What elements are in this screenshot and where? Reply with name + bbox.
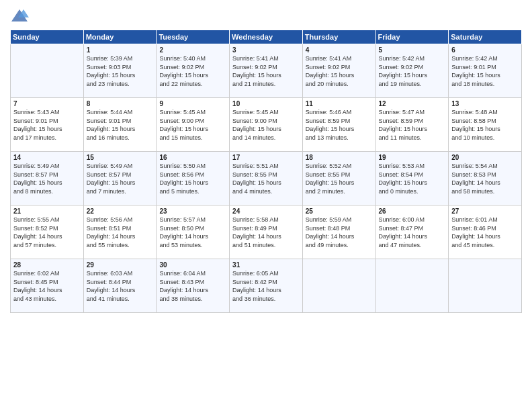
day-number: 14 xyxy=(13,154,81,161)
page: SundayMondayTuesdayWednesdayThursdayFrid… xyxy=(0,0,532,411)
day-number: 1 xyxy=(87,46,154,54)
day-info: Sunrise: 5:48 AM Sunset: 8:58 PM Dayligh… xyxy=(451,108,519,142)
header xyxy=(10,7,522,26)
day-cell: 3Sunrise: 5:41 AM Sunset: 9:02 PM Daylig… xyxy=(230,44,303,98)
col-header-friday: Friday xyxy=(375,30,449,44)
day-cell: 18Sunrise: 5:52 AM Sunset: 8:55 PM Dayli… xyxy=(302,152,375,205)
day-info: Sunrise: 6:00 AM Sunset: 8:47 PM Dayligh… xyxy=(379,216,446,249)
day-info: Sunrise: 6:01 AM Sunset: 8:46 PM Dayligh… xyxy=(451,216,519,249)
week-row-4: 21Sunrise: 5:55 AM Sunset: 8:52 PM Dayli… xyxy=(11,205,522,259)
day-number: 9 xyxy=(159,100,226,107)
day-info: Sunrise: 5:55 AM Sunset: 8:52 PM Dayligh… xyxy=(13,216,81,249)
logo xyxy=(10,7,32,26)
day-number: 31 xyxy=(232,261,300,269)
day-info: Sunrise: 5:51 AM Sunset: 8:55 PM Dayligh… xyxy=(232,162,300,195)
day-number: 8 xyxy=(87,100,154,107)
day-cell: 16Sunrise: 5:50 AM Sunset: 8:56 PM Dayli… xyxy=(157,152,230,205)
day-info: Sunrise: 5:40 AM Sunset: 9:02 PM Dayligh… xyxy=(159,54,226,88)
day-cell: 21Sunrise: 5:55 AM Sunset: 8:52 PM Dayli… xyxy=(11,205,84,259)
day-cell: 25Sunrise: 5:59 AM Sunset: 8:48 PM Dayli… xyxy=(302,205,375,259)
day-info: Sunrise: 5:58 AM Sunset: 8:49 PM Dayligh… xyxy=(232,216,300,249)
day-info: Sunrise: 5:47 AM Sunset: 8:59 PM Dayligh… xyxy=(379,108,446,142)
day-info: Sunrise: 5:45 AM Sunset: 9:00 PM Dayligh… xyxy=(232,108,300,142)
day-number: 4 xyxy=(306,46,373,54)
day-cell: 20Sunrise: 5:54 AM Sunset: 8:53 PM Dayli… xyxy=(449,152,522,205)
col-header-monday: Monday xyxy=(83,30,157,44)
day-cell: 23Sunrise: 5:57 AM Sunset: 8:50 PM Dayli… xyxy=(157,205,230,259)
col-header-tuesday: Tuesday xyxy=(157,30,230,44)
day-info: Sunrise: 6:05 AM Sunset: 8:42 PM Dayligh… xyxy=(232,269,300,303)
day-cell: 2Sunrise: 5:40 AM Sunset: 9:02 PM Daylig… xyxy=(157,44,230,98)
day-info: Sunrise: 5:50 AM Sunset: 8:56 PM Dayligh… xyxy=(159,162,226,195)
calendar-table: SundayMondayTuesdayWednesdayThursdayFrid… xyxy=(10,30,522,313)
day-number: 19 xyxy=(379,154,446,161)
day-cell: 26Sunrise: 6:00 AM Sunset: 8:47 PM Dayli… xyxy=(375,205,449,259)
day-number: 22 xyxy=(87,208,154,215)
day-number: 28 xyxy=(13,261,81,269)
day-info: Sunrise: 5:39 AM Sunset: 9:03 PM Dayligh… xyxy=(87,54,154,88)
day-info: Sunrise: 5:52 AM Sunset: 8:55 PM Dayligh… xyxy=(306,162,373,195)
day-info: Sunrise: 5:41 AM Sunset: 9:02 PM Dayligh… xyxy=(306,54,373,88)
day-cell: 27Sunrise: 6:01 AM Sunset: 8:46 PM Dayli… xyxy=(449,205,522,259)
day-number: 23 xyxy=(159,208,226,215)
day-cell: 1Sunrise: 5:39 AM Sunset: 9:03 PM Daylig… xyxy=(83,44,157,98)
day-info: Sunrise: 5:57 AM Sunset: 8:50 PM Dayligh… xyxy=(159,216,226,249)
day-number: 11 xyxy=(306,100,373,107)
week-row-1: 1Sunrise: 5:39 AM Sunset: 9:03 PM Daylig… xyxy=(11,44,522,98)
day-cell: 9Sunrise: 5:45 AM Sunset: 9:00 PM Daylig… xyxy=(157,98,230,152)
day-cell xyxy=(11,44,84,98)
day-info: Sunrise: 5:43 AM Sunset: 9:01 PM Dayligh… xyxy=(13,108,81,142)
header-row: SundayMondayTuesdayWednesdayThursdayFrid… xyxy=(11,30,522,44)
day-number: 16 xyxy=(159,154,226,161)
day-number: 15 xyxy=(87,154,154,161)
day-cell: 5Sunrise: 5:42 AM Sunset: 9:02 PM Daylig… xyxy=(375,44,449,98)
day-cell: 28Sunrise: 6:02 AM Sunset: 8:45 PM Dayli… xyxy=(11,259,84,313)
day-number: 6 xyxy=(451,46,519,54)
day-cell: 17Sunrise: 5:51 AM Sunset: 8:55 PM Dayli… xyxy=(230,152,303,205)
day-number: 13 xyxy=(451,100,519,107)
day-number: 30 xyxy=(159,261,226,269)
day-number: 27 xyxy=(451,208,519,215)
day-cell: 7Sunrise: 5:43 AM Sunset: 9:01 PM Daylig… xyxy=(11,98,84,152)
day-cell: 13Sunrise: 5:48 AM Sunset: 8:58 PM Dayli… xyxy=(449,98,522,152)
day-cell: 12Sunrise: 5:47 AM Sunset: 8:59 PM Dayli… xyxy=(375,98,449,152)
day-info: Sunrise: 5:42 AM Sunset: 9:01 PM Dayligh… xyxy=(451,54,519,88)
day-info: Sunrise: 5:42 AM Sunset: 9:02 PM Dayligh… xyxy=(379,54,446,88)
day-cell xyxy=(302,259,375,313)
day-number: 25 xyxy=(306,208,373,215)
day-info: Sunrise: 5:54 AM Sunset: 8:53 PM Dayligh… xyxy=(451,162,519,195)
day-cell: 6Sunrise: 5:42 AM Sunset: 9:01 PM Daylig… xyxy=(449,44,522,98)
day-number: 29 xyxy=(87,261,154,269)
day-number: 10 xyxy=(232,100,300,107)
day-cell: 4Sunrise: 5:41 AM Sunset: 9:02 PM Daylig… xyxy=(302,44,375,98)
day-cell: 14Sunrise: 5:49 AM Sunset: 8:57 PM Dayli… xyxy=(11,152,84,205)
day-info: Sunrise: 5:59 AM Sunset: 8:48 PM Dayligh… xyxy=(306,216,373,249)
day-number: 5 xyxy=(379,46,446,54)
day-cell: 30Sunrise: 6:04 AM Sunset: 8:43 PM Dayli… xyxy=(157,259,230,313)
day-info: Sunrise: 5:53 AM Sunset: 8:54 PM Dayligh… xyxy=(379,162,446,195)
day-number: 21 xyxy=(13,208,81,215)
day-cell: 29Sunrise: 6:03 AM Sunset: 8:44 PM Dayli… xyxy=(83,259,157,313)
day-number: 3 xyxy=(232,46,300,54)
day-info: Sunrise: 5:41 AM Sunset: 9:02 PM Dayligh… xyxy=(232,54,300,88)
day-info: Sunrise: 5:45 AM Sunset: 9:00 PM Dayligh… xyxy=(159,108,226,142)
day-cell: 10Sunrise: 5:45 AM Sunset: 9:00 PM Dayli… xyxy=(230,98,303,152)
col-header-sunday: Sunday xyxy=(11,30,84,44)
day-number: 24 xyxy=(232,208,300,215)
week-row-5: 28Sunrise: 6:02 AM Sunset: 8:45 PM Dayli… xyxy=(11,259,522,313)
day-number: 7 xyxy=(13,100,81,107)
day-cell xyxy=(375,259,449,313)
day-cell: 15Sunrise: 5:49 AM Sunset: 8:57 PM Dayli… xyxy=(83,152,157,205)
day-info: Sunrise: 5:49 AM Sunset: 8:57 PM Dayligh… xyxy=(13,162,81,195)
week-row-3: 14Sunrise: 5:49 AM Sunset: 8:57 PM Dayli… xyxy=(11,152,522,205)
day-info: Sunrise: 5:49 AM Sunset: 8:57 PM Dayligh… xyxy=(87,162,154,195)
day-number: 12 xyxy=(379,100,446,107)
day-info: Sunrise: 5:44 AM Sunset: 9:01 PM Dayligh… xyxy=(87,108,154,142)
day-cell: 31Sunrise: 6:05 AM Sunset: 8:42 PM Dayli… xyxy=(230,259,303,313)
day-cell: 8Sunrise: 5:44 AM Sunset: 9:01 PM Daylig… xyxy=(83,98,157,152)
day-info: Sunrise: 5:46 AM Sunset: 8:59 PM Dayligh… xyxy=(306,108,373,142)
col-header-thursday: Thursday xyxy=(302,30,375,44)
day-info: Sunrise: 5:56 AM Sunset: 8:51 PM Dayligh… xyxy=(87,216,154,249)
logo-icon xyxy=(10,7,29,26)
week-row-2: 7Sunrise: 5:43 AM Sunset: 9:01 PM Daylig… xyxy=(11,98,522,152)
